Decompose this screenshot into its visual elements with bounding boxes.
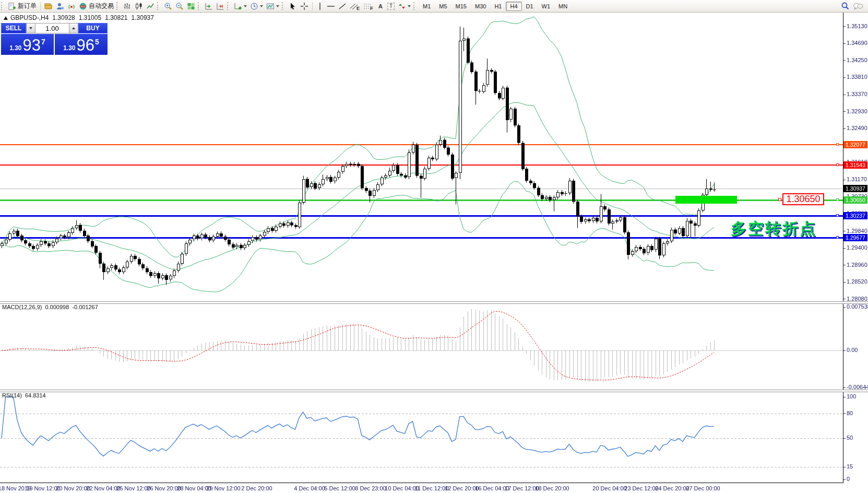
buy-button[interactable]: BUY [78, 23, 108, 33]
auto-scroll-button[interactable] [203, 1, 215, 11]
buy-price[interactable]: 1.30 96 5 [55, 34, 108, 55]
ohlc-high: 1.31005 [79, 14, 101, 21]
price-tick [843, 248, 846, 249]
sell-button[interactable]: SELL [1, 23, 26, 33]
search-button[interactable] [839, 1, 851, 11]
bar-chart-button[interactable] [122, 1, 133, 11]
volume-decrease-button[interactable] [26, 23, 35, 33]
tile-windows-button[interactable] [185, 1, 197, 11]
rsi-label: RSI(14)64.8314 [2, 392, 49, 398]
date-axis-label: 20 Dec 04:00 [592, 485, 626, 491]
line-chart-icon [146, 2, 154, 10]
zoom-out-button[interactable] [174, 1, 185, 11]
community-button[interactable] [851, 1, 865, 11]
dropdown-arrow-icon [244, 5, 247, 7]
macd-pane-separator[interactable] [0, 301, 868, 304]
market-watch-button[interactable] [43, 1, 54, 11]
ohlc-open: 1.30928 [52, 14, 75, 21]
trendline-tool-button[interactable] [337, 1, 348, 11]
new-order-icon [8, 2, 16, 10]
price-tick [843, 26, 846, 27]
date-axis-label: 20 Nov 20:00 [56, 485, 90, 491]
macd-tick [843, 388, 846, 388]
toolbar-grip[interactable] [227, 2, 230, 10]
date-axis-label: 16 Dec 04:00 [475, 485, 509, 491]
date-axis-label: 4 Dec 04:00 [294, 485, 325, 491]
candlestick-chart-button[interactable] [133, 1, 145, 11]
toolbar-grip[interactable] [198, 2, 201, 10]
template-button[interactable] [265, 1, 281, 11]
timeframe-m5[interactable]: M5 [435, 2, 451, 11]
cursor-icon [289, 2, 297, 10]
new-chart-button[interactable] [232, 1, 248, 11]
timeframe-m30[interactable]: M30 [471, 2, 490, 11]
macd-value-signal: -0.001267 [72, 304, 98, 310]
date-axis-label: 18 Dec 20:00 [535, 485, 569, 491]
search-icon [841, 2, 850, 10]
timeframe-mn[interactable]: MN [554, 2, 572, 11]
timeframe-d1[interactable]: D1 [522, 2, 538, 11]
auto-trading-icon [79, 2, 87, 10]
hline-anchor[interactable] [836, 198, 839, 201]
vertical-line-tool-button[interactable] [315, 1, 325, 11]
volume-increase-button[interactable] [69, 23, 78, 33]
horizontal-line-tool-button[interactable] [325, 1, 337, 11]
separator [40, 2, 41, 10]
signals-button[interactable] [66, 1, 77, 11]
date-axis-label: 12 Dec 20:00 [445, 485, 479, 491]
toolbar-grip[interactable] [413, 2, 417, 10]
period-button[interactable] [248, 1, 265, 11]
hline-anchor[interactable] [836, 236, 839, 239]
price-box-anchor[interactable] [778, 198, 781, 201]
timeframe-w1[interactable]: W1 [538, 2, 555, 11]
new-order-button[interactable]: 新订单 [6, 1, 38, 11]
price-level-text-box[interactable]: 1.30650 [782, 193, 824, 205]
rsi-tick-label: 100 [847, 393, 856, 400]
chart-shift-button[interactable] [215, 1, 226, 11]
date-axis-label: 10 Dec 04:00 [385, 485, 419, 491]
toolbar-grip[interactable] [282, 2, 285, 10]
hline-anchor[interactable] [836, 163, 839, 166]
toolbar-grip[interactable] [1, 2, 4, 10]
volume-input[interactable]: 1.00 [35, 23, 69, 33]
price-tick-label: 1.31170 [847, 176, 867, 182]
turning-point-annotation[interactable]: 多空转折点 [731, 218, 817, 240]
timeframe-m1[interactable]: M1 [419, 2, 435, 11]
timeframe-h1[interactable]: H1 [490, 2, 506, 11]
text-label-tool-button[interactable]: T [386, 1, 396, 11]
crosshair-tool-button[interactable] [299, 1, 310, 11]
price-tick-label: 1.33810 [847, 74, 867, 80]
sell-price-sup: 7 [41, 38, 45, 46]
text-tool-button[interactable]: A [375, 1, 386, 11]
toolbar-grip[interactable] [157, 2, 160, 10]
chart-canvas[interactable] [0, 0, 868, 493]
timeframe-h4[interactable]: H4 [506, 2, 521, 11]
date-axis-label: 26 Nov 20:00 [147, 485, 181, 491]
price-tick-label: 1.29840 [847, 228, 867, 234]
rsi-pane-separator[interactable] [0, 390, 868, 392]
sell-price[interactable]: 1.30 93 7 [1, 34, 54, 55]
hline-price-badge: 1.30650 [843, 196, 867, 204]
price-tick-label: 1.34690 [847, 40, 867, 46]
bar-chart-icon [123, 2, 132, 10]
trendline-icon [338, 2, 347, 10]
line-chart-button[interactable] [145, 1, 156, 11]
auto-trading-button[interactable]: 自动交易 [77, 1, 115, 11]
accounts-button[interactable] [54, 1, 66, 11]
channel-letter: E [356, 6, 360, 11]
time-axis-line [0, 483, 843, 483]
macd-tick-label: 0.00 [847, 347, 858, 353]
price-tick [843, 77, 846, 78]
hline-anchor[interactable] [836, 143, 839, 146]
channel-tool-button[interactable]: E [348, 1, 362, 11]
fibonacci-tool-button[interactable]: F [362, 1, 375, 11]
zoom-in-button[interactable] [162, 1, 174, 11]
toolbar-grip[interactable] [116, 2, 120, 10]
hline-anchor[interactable] [836, 214, 839, 217]
cursor-tool-button[interactable] [287, 1, 299, 11]
hline-price-badge: 1.30237 [843, 212, 867, 219]
rsi-tick [843, 479, 846, 480]
rsi-tick-label: 15 [847, 463, 853, 469]
timeframe-m15[interactable]: M15 [451, 2, 471, 11]
arrows-tool-button[interactable] [396, 1, 412, 11]
